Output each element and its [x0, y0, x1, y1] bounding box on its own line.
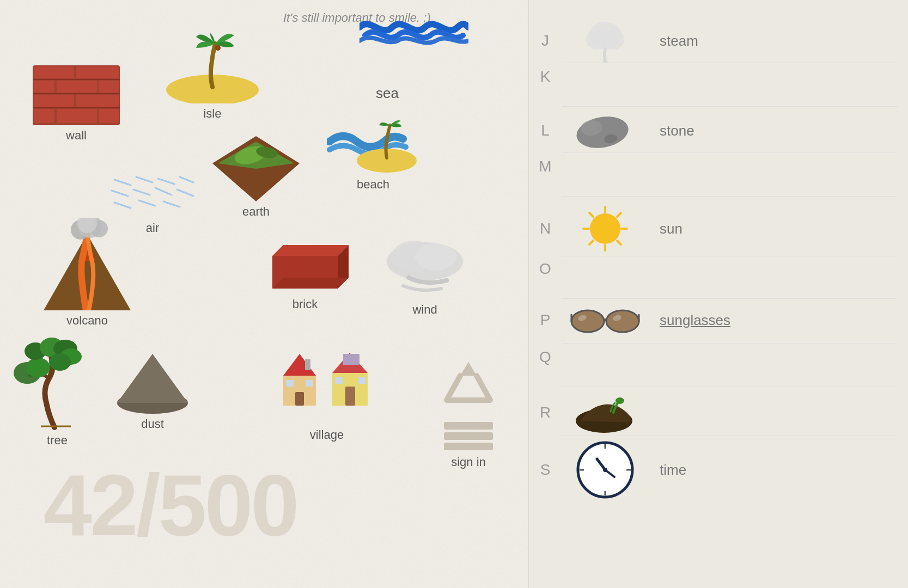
- beach-icon: [327, 109, 419, 174]
- svg-marker-54: [117, 354, 188, 403]
- svg-rect-8: [34, 109, 54, 123]
- svg-rect-63: [345, 387, 355, 406]
- svg-line-86: [589, 241, 593, 244]
- stone-label: stone: [649, 122, 694, 139]
- sidebar-letter-m: M: [529, 158, 562, 175]
- svg-marker-41: [272, 278, 349, 289]
- earth-icon: [212, 125, 300, 201]
- score-display: 42/500: [44, 455, 297, 555]
- brick-icon: [261, 240, 349, 294]
- wind-label: wind: [412, 303, 437, 317]
- sidebar-row-q: Q: [529, 348, 908, 366]
- volcano-icon: [38, 218, 136, 310]
- steam-label: steam: [649, 33, 698, 50]
- divider-j: [562, 63, 897, 63]
- divider-n: [562, 256, 897, 256]
- sidebar-row-l: L stone: [529, 112, 908, 150]
- svg-line-85: [617, 213, 621, 217]
- svg-line-20: [114, 180, 131, 185]
- earth-item: earth: [212, 125, 300, 219]
- sidebar-row-j: J steam: [529, 19, 908, 63]
- sun-icon: [578, 201, 632, 256]
- svg-rect-69: [444, 432, 493, 440]
- main-area: It's still important to smile. :): [0, 0, 528, 588]
- sidebar-icon-steam: [562, 19, 649, 63]
- sidebar-row-n: N sun: [529, 201, 908, 256]
- svg-point-51: [49, 353, 71, 371]
- swamp-icon: [572, 391, 638, 434]
- svg-line-25: [133, 189, 150, 195]
- sidebar-letter-n: N: [529, 220, 562, 237]
- svg-rect-64: [335, 377, 343, 384]
- menu-lines-icon: [441, 419, 496, 452]
- sunglasses-label: sunglasses: [649, 312, 730, 329]
- svg-line-22: [158, 179, 174, 184]
- sidebar-row-o: O: [529, 260, 908, 278]
- sea-item: sea: [376, 82, 399, 102]
- sidebar-row-r: R: [529, 391, 908, 434]
- svg-line-26: [155, 188, 172, 195]
- svg-line-28: [114, 203, 131, 208]
- svg-point-44: [415, 243, 456, 271]
- svg-rect-68: [444, 422, 493, 430]
- recycle-icon: [436, 354, 501, 419]
- wave-item: [359, 5, 468, 58]
- sidebar-letter-l: L: [529, 122, 562, 139]
- svg-line-27: [177, 189, 193, 196]
- svg-rect-10: [99, 109, 119, 123]
- sidebar-icon-sun: [562, 201, 649, 256]
- sidebar-row-p: P sunglasses: [529, 304, 908, 336]
- sidebar-letter-o: O: [529, 260, 562, 278]
- signin-label: sign in: [451, 455, 486, 469]
- svg-line-24: [112, 191, 128, 196]
- village-icon: [272, 338, 381, 425]
- svg-line-83: [589, 213, 593, 217]
- stone-icon: [575, 112, 635, 150]
- sidebar-icon-sunglasses: [562, 304, 649, 336]
- svg-line-23: [180, 177, 193, 182]
- sidebar-letter-j: J: [529, 32, 562, 50]
- dust-label: dust: [141, 417, 164, 431]
- beach-item: beach: [327, 109, 419, 192]
- sidebar-letter-p: P: [529, 311, 562, 329]
- svg-rect-70: [444, 443, 493, 450]
- air-icon: [109, 174, 196, 218]
- svg-rect-6: [34, 95, 74, 107]
- divider-m: [562, 196, 897, 197]
- svg-rect-65: [358, 377, 365, 384]
- isle-icon: [163, 33, 261, 103]
- air-label: air: [146, 221, 159, 235]
- svg-rect-7: [76, 95, 119, 107]
- signin-item: sign in: [436, 354, 501, 469]
- steam-icon: [578, 19, 632, 63]
- wind-icon: [381, 234, 468, 299]
- wall-icon: [33, 65, 120, 125]
- dust-item: dust: [114, 348, 191, 431]
- tree-icon: [11, 338, 103, 430]
- divider-q: [562, 387, 897, 387]
- village-item: village: [272, 338, 381, 442]
- dust-icon: [114, 348, 191, 414]
- svg-line-84: [617, 241, 621, 244]
- beach-label: beach: [357, 177, 389, 192]
- divider-l: [562, 152, 897, 153]
- sea-label: sea: [376, 85, 399, 102]
- volcano-item: volcano: [38, 218, 136, 328]
- sidebar-icon-time: [562, 440, 649, 500]
- tree-item: tree: [11, 338, 103, 448]
- sidebar-icon-swamp: [562, 391, 649, 434]
- sidebar-letter-q: Q: [529, 348, 562, 366]
- svg-rect-59: [286, 380, 294, 387]
- svg-rect-60: [306, 380, 313, 387]
- svg-rect-4: [57, 81, 97, 93]
- wall-item: wall: [33, 65, 120, 143]
- svg-point-15: [215, 45, 221, 51]
- brick-label: brick: [292, 297, 318, 311]
- svg-rect-9: [57, 109, 97, 123]
- sidebar-letter-s: S: [529, 461, 562, 479]
- brick-item: brick: [261, 240, 349, 311]
- sidebar-icon-stone: [562, 112, 649, 150]
- village-label: village: [310, 428, 344, 442]
- sidebar-row-m: M: [529, 158, 908, 175]
- svg-rect-5: [99, 81, 119, 93]
